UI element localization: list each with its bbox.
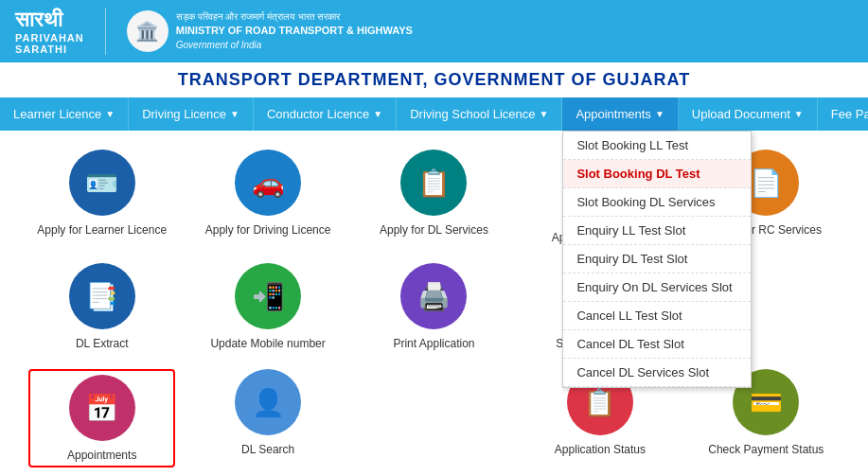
empty-3-3 [361, 369, 507, 467]
apply-learner-licence[interactable]: 🪪 Apply for Learner Licence [28, 150, 175, 244]
update-mobile-label: Update Mobile number [210, 337, 325, 350]
apply-driving-licence[interactable]: 🚗 Apply for Driving Licence [194, 150, 341, 244]
dropdown-slot-dl[interactable]: Slot Booking DL Test [563, 160, 751, 188]
title-bar: TRANSPORT DEPARTMENT, GOVERNMENT OF GUJA… [0, 62, 868, 97]
apply-driving-label: Apply for Driving Licence [205, 223, 331, 237]
dropdown-enquiry-dl-services[interactable]: Enquiry On DL Services Slot [563, 273, 751, 302]
nav-driving-school-label: Driving School Licence [410, 107, 535, 121]
dropdown-cancel-dl-services[interactable]: Cancel DL Services Slot [563, 359, 751, 387]
ministry-text: सड़क परिवहन और राजमार्ग मंत्रालय भारत सर… [176, 10, 413, 51]
print-application-label: Print Application [393, 337, 474, 350]
emblem-icon: 🏛️ [127, 10, 168, 52]
nav-appointments-arrow: ▼ [655, 109, 664, 119]
dropdown-slot-dl-services[interactable]: Slot Booking DL Services [563, 188, 751, 217]
nav-driving-licence[interactable]: Driving Licence ▼ [129, 97, 254, 131]
header: सारथी PARIVAHAN SARATHI 🏛️ सड़क परिवहन औ… [0, 0, 868, 62]
nav-upload-label: Upload Document [692, 107, 790, 121]
logo-parivahan: PARIVAHAN [15, 32, 84, 44]
dropdown-cancel-ll[interactable]: Cancel LL Test Slot [563, 302, 751, 330]
update-mobile[interactable]: 📲 Update Mobile number [194, 263, 341, 350]
dl-extract-icon: 📑 [69, 263, 135, 329]
page-title: TRANSPORT DEPARTMENT, GOVERNMENT OF GUJA… [8, 70, 860, 90]
ministry-block: 🏛️ सड़क परिवहन और राजमार्ग मंत्रालय भारत… [127, 10, 413, 52]
nav-learner-label: Learner Licence [13, 107, 101, 121]
dl-extract-label: DL Extract [76, 337, 129, 350]
main-nav: Learner Licence ▼ Driving Licence ▼ Cond… [0, 97, 868, 131]
apply-dl-services[interactable]: 📋 Apply for DL Services [361, 150, 507, 244]
dl-search-label: DL Search [241, 443, 294, 456]
dropdown-slot-ll[interactable]: Slot Booking LL Test [563, 132, 751, 160]
nav-fee-payments[interactable]: Fee Payments ▼ [818, 97, 868, 131]
apply-dl-services-icon: 📋 [400, 150, 467, 216]
update-mobile-icon: 📲 [235, 263, 301, 329]
logo-sarathi: SARATHI [15, 44, 84, 55]
nav-upload-arrow: ▼ [794, 109, 804, 119]
application-status-label: Application Status [555, 443, 646, 456]
nav-learner-licence[interactable]: Learner Licence ▼ [0, 97, 129, 131]
nav-appointments-label: Appointments [576, 107, 651, 121]
logo-text: सारथी PARIVAHAN SARATHI [15, 8, 84, 55]
nav-driving-label: Driving Licence [142, 107, 226, 121]
appointments-dropdown: Slot Booking LL Test Slot Booking DL Tes… [562, 131, 752, 388]
logo-sarathi-hindi: सारथी [15, 8, 84, 32]
check-payment-label: Check Payment Status [708, 443, 824, 456]
print-application-icon: 🖨️ [400, 263, 467, 329]
appointments-icon: 📅 [69, 375, 135, 441]
print-application[interactable]: 🖨️ Print Application [361, 263, 507, 350]
ministry-gov: Government of India [176, 39, 413, 52]
appointments-grid-item[interactable]: 📅 Appointments [28, 369, 175, 467]
nav-conductor-licence[interactable]: Conductor Licence ▼ [254, 97, 397, 131]
nav-driving-arrow: ▼ [230, 109, 239, 119]
appointments-label: Appointments [67, 449, 136, 462]
logo-block: सारथी PARIVAHAN SARATHI [15, 8, 84, 55]
dropdown-enquiry-dl[interactable]: Enquiry DL Test Slot [563, 245, 751, 273]
ministry-hindi: सड़क परिवहन और राजमार्ग मंत्रालय भारत सर… [176, 10, 413, 24]
nav-fee-label: Fee Payments [831, 107, 868, 121]
nav-learner-arrow: ▼ [105, 109, 115, 119]
nav-driving-school-arrow: ▼ [539, 109, 548, 119]
dropdown-cancel-dl[interactable]: Cancel DL Test Slot [563, 330, 751, 359]
nav-upload-document[interactable]: Upload Document ▼ [679, 97, 818, 131]
dl-search[interactable]: 👤 DL Search [194, 369, 341, 467]
dl-extract[interactable]: 📑 DL Extract [28, 263, 175, 350]
apply-driving-icon: 🚗 [235, 150, 301, 216]
nav-driving-school[interactable]: Driving School Licence ▼ [397, 97, 562, 131]
apply-learner-label: Apply for Learner Licence [37, 223, 167, 237]
nav-conductor-label: Conductor Licence [267, 107, 369, 121]
apply-dl-services-label: Apply for DL Services [380, 223, 488, 237]
dl-search-icon: 👤 [235, 369, 301, 435]
ministry-english: MINISTRY OF ROAD TRANSPORT & HIGHWAYS [176, 24, 413, 38]
apply-learner-icon: 🪪 [69, 150, 135, 216]
header-divider [105, 8, 106, 55]
dropdown-enquiry-ll[interactable]: Enquiry LL Test Slot [563, 217, 751, 245]
nav-appointments[interactable]: Appointments ▼ Slot Booking LL Test Slot… [562, 97, 678, 131]
nav-conductor-arrow: ▼ [373, 109, 382, 119]
